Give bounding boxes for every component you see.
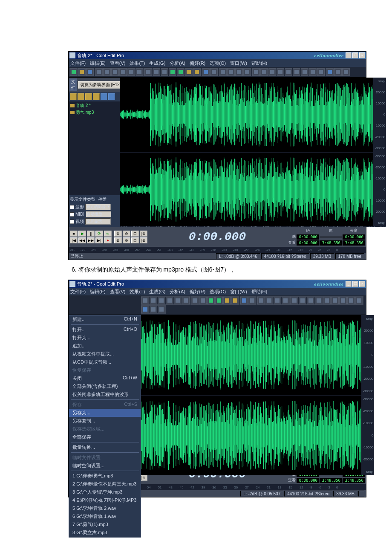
waveform-right[interactable]: -30000-20000-100000-10000-20000smpl	[120, 153, 386, 226]
sel-end[interactable]	[320, 237, 342, 237]
menu-item[interactable]: 批量转换...	[69, 443, 141, 451]
menu-gen[interactable]: 生成(G)	[149, 60, 165, 66]
tool-btn[interactable]	[135, 68, 143, 76]
minimize-button[interactable]: _	[346, 52, 352, 58]
tool-btn[interactable]	[277, 68, 284, 76]
tool-btn[interactable]	[210, 68, 218, 76]
tool-btn[interactable]	[299, 297, 306, 304]
time-ruler[interactable]: hms0:100:200:300:400:501:001:101:201:301…	[120, 226, 386, 227]
menu-item[interactable]: 3 G:\个人专辑\李坤.mp3	[69, 488, 141, 496]
menu-item[interactable]: 打开...Ctrl+O	[69, 326, 141, 334]
tool-btn[interactable]	[326, 68, 334, 76]
tool-btn[interactable]	[235, 68, 243, 76]
menu-item[interactable]: 从视频文件中提取...	[69, 350, 141, 358]
menu-win[interactable]: 窗口(W)	[230, 60, 247, 66]
menu-item[interactable]: 关闭Ctrl+W	[69, 374, 141, 382]
zoom-button[interactable]: ⊕	[114, 231, 122, 237]
menu-item[interactable]: 全部保存	[69, 433, 141, 441]
minimize-button[interactable]: _	[346, 281, 352, 287]
tool-btn[interactable]	[127, 68, 135, 76]
menu-item[interactable]: 全部关闭(含多轨工程)	[69, 382, 141, 390]
fullscreen-btn[interactable]: 全屏显示	[85, 218, 111, 225]
sbar-close-icon[interactable]	[78, 93, 84, 100]
level-meter[interactable]: dB-72-69-66-63-60-57-54-51-48-45-42-39-3…	[69, 247, 366, 253]
rewind-button[interactable]: ◀◀	[78, 237, 86, 243]
pause-button[interactable]: ‖	[87, 231, 95, 237]
menu-ana[interactable]: 分析(A)	[170, 289, 185, 295]
zoom-button[interactable]: |⊕	[140, 231, 147, 237]
menu-effect[interactable]: 效果(T)	[130, 60, 145, 66]
tool-btn[interactable]	[191, 297, 199, 304]
menu-item[interactable]: 追加...	[69, 342, 141, 350]
menu-effect[interactable]: 效果(T)	[130, 289, 145, 295]
sbar-open-icon[interactable]	[70, 93, 77, 100]
tool-btn[interactable]	[185, 68, 193, 76]
menu-item[interactable]: 9 G:\0241.mp3	[69, 537, 141, 538]
tool-btn[interactable]	[182, 297, 190, 304]
tool-btn[interactable]	[315, 297, 323, 304]
tool-btn[interactable]	[150, 297, 157, 304]
menu-item[interactable]: 2 G:\伴奏\爱你不是两三天.mp3	[69, 480, 141, 488]
tool-btn[interactable]	[291, 297, 298, 304]
tool-btn[interactable]	[111, 68, 119, 76]
play-button[interactable]: ▶	[78, 231, 86, 237]
tool-btn[interactable]	[260, 68, 268, 76]
tool-btn[interactable]	[103, 68, 111, 76]
tool-btn[interactable]	[219, 68, 227, 76]
menu-pref[interactable]: 偏好(R)	[190, 289, 205, 295]
sbar-help-icon[interactable]	[108, 93, 115, 100]
gostart-button[interactable]: |◀	[70, 237, 78, 243]
tool-btn[interactable]	[323, 297, 331, 304]
tool-btn[interactable]	[158, 306, 165, 313]
menu-gen[interactable]: 生成(G)	[149, 289, 165, 295]
zoom-button[interactable]: |⊕	[140, 237, 147, 243]
record-button[interactable]: ●	[104, 237, 112, 243]
zoom-button[interactable]: ⊡	[131, 237, 139, 243]
menu-opt[interactable]: 选项(O)	[210, 289, 226, 295]
tool-btn[interactable]	[70, 68, 78, 76]
tool-btn[interactable]	[274, 297, 281, 304]
menu-item[interactable]: 5 G:\李坤\音轨 2.wav	[69, 504, 141, 512]
check-wave[interactable]	[70, 205, 74, 209]
menu-item[interactable]: 临时空间设置...	[69, 462, 141, 470]
titlebar[interactable]: 音轨 2* - Cool Edit Pro eelloonndiee _ ❐ ×	[69, 280, 366, 288]
view-end[interactable]: 3:48.356	[320, 240, 342, 246]
tool-btn[interactable]	[215, 297, 223, 304]
tool-btn[interactable]	[282, 297, 289, 304]
tool-btn[interactable]	[334, 68, 342, 76]
tool-btn[interactable]	[169, 68, 176, 76]
tool-btn[interactable]	[166, 297, 173, 304]
tool-btn[interactable]	[227, 68, 235, 76]
tool-btn[interactable]	[86, 68, 94, 76]
menu-item[interactable]: 另存复制...	[69, 417, 141, 425]
zoom-button[interactable]: ⊖	[123, 237, 130, 243]
tool-btn[interactable]	[339, 297, 347, 304]
tool-btn[interactable]	[265, 297, 273, 304]
tool-btn[interactable]	[309, 68, 317, 76]
menu-item[interactable]: 4 E:\PK仔\心如刀割-PK仔.MP3	[69, 496, 141, 504]
check-midi[interactable]	[70, 212, 74, 217]
tool-btn[interactable]	[144, 68, 152, 76]
menu-view[interactable]: 查看(V)	[110, 289, 126, 295]
menu-item[interactable]: 6 G:\李坤\音轨 1.wav	[69, 512, 141, 520]
tool-btn[interactable]	[231, 297, 239, 304]
menu-item[interactable]: 8 G:\梁立杰.mp3	[69, 529, 141, 537]
waveform-left[interactable]: smpl20000100000-10000-20000-30000	[120, 78, 386, 151]
tool-btn[interactable]	[199, 297, 207, 304]
menu-file[interactable]: 文件(F)	[70, 289, 86, 295]
tool-btn[interactable]	[252, 68, 260, 76]
tool-btn[interactable]	[301, 68, 308, 76]
close-button[interactable]: ×	[359, 52, 365, 58]
infinite-button[interactable]: ∞	[104, 231, 112, 237]
tool-btn[interactable]	[331, 297, 339, 304]
loop-button[interactable]: ⟳	[95, 231, 103, 237]
tool-btn[interactable]	[150, 306, 157, 313]
tool-btn[interactable]	[174, 297, 182, 304]
forward-button[interactable]: ▶▶	[87, 237, 95, 243]
tool-btn[interactable]	[207, 297, 215, 304]
waveform-left[interactable]: smpl20000100000-10000-20000-30000	[108, 315, 374, 395]
tool-btn[interactable]	[347, 297, 355, 304]
view-begin[interactable]: 0:00.000	[297, 240, 319, 246]
menu-help[interactable]: 帮助(H)	[251, 60, 267, 66]
sidebar-tab[interactable]: 文件	[69, 78, 77, 91]
